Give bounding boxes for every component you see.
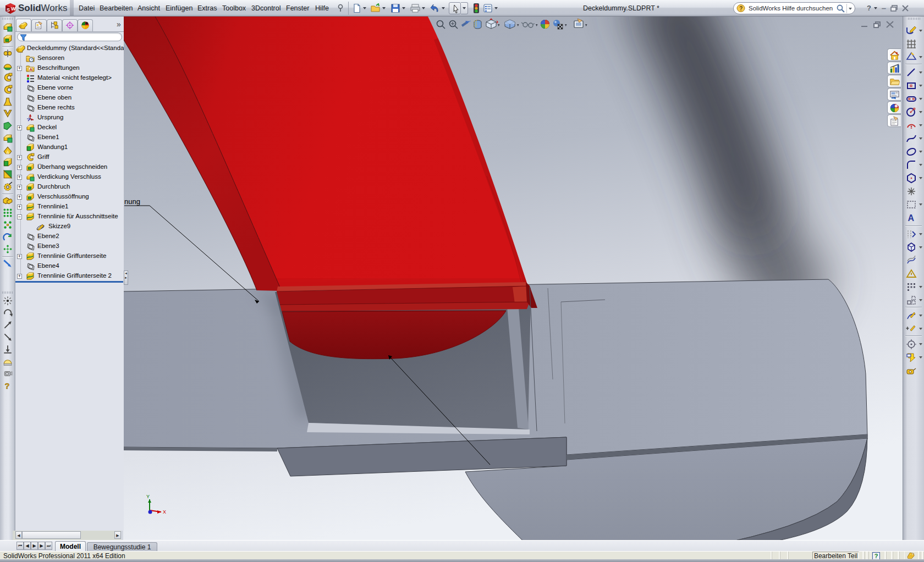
svg-text:nung: nung [124, 197, 140, 206]
svg-text:Y: Y [146, 494, 150, 499]
svg-text:S: S [7, 7, 10, 13]
svg-text:X: X [163, 509, 166, 515]
svg-text:A: A [908, 213, 915, 223]
svg-text:W: W [11, 6, 16, 12]
svg-text:?: ? [4, 382, 9, 390]
svg-text:?: ? [739, 5, 743, 12]
